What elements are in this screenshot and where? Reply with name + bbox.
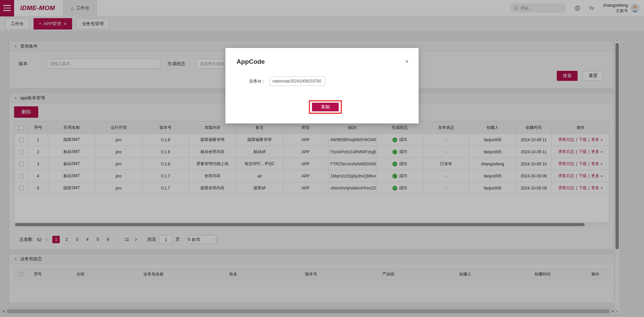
modal-overlay (0, 0, 644, 317)
close-icon[interactable]: × (405, 59, 409, 64)
dialog-title: AppCode (236, 58, 265, 65)
business-id-input[interactable] (270, 76, 325, 86)
app-window: iDME-MOM ⌂ 工作台 Tr zhangzefeng 主账号 (0, 0, 644, 317)
business-id-label: 业务id： (249, 78, 270, 84)
annotation-highlight-box: 复制 (309, 100, 342, 114)
appcode-dialog: AppCode × 业务id： 复制 (225, 48, 419, 123)
copy-button[interactable]: 复制 (312, 103, 339, 111)
